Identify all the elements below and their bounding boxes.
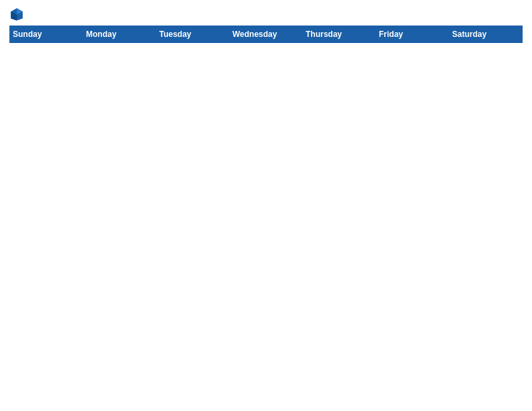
weekday-header: Thursday [303, 26, 376, 43]
calendar-table: SundayMondayTuesdayWednesdayThursdayFrid… [9, 26, 523, 404]
logo-icon [9, 7, 24, 21]
weekday-header: Saturday [449, 26, 523, 43]
weekday-header: Tuesday [157, 26, 230, 43]
weekday-header: Sunday [10, 26, 83, 43]
weekday-header: Wednesday [230, 26, 303, 43]
weekday-header: Monday [83, 26, 157, 43]
weekday-header: Friday [376, 26, 449, 43]
logo [9, 7, 27, 21]
